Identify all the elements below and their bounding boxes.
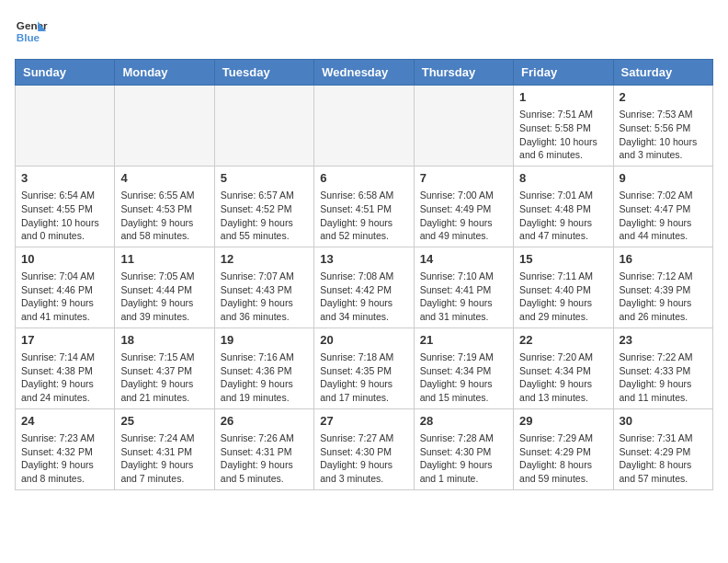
calendar-cell: 9Sunrise: 7:02 AM Sunset: 4:47 PM Daylig…: [613, 166, 712, 247]
day-number: 10: [21, 251, 108, 268]
day-number: 8: [519, 170, 607, 187]
calendar-cell: 8Sunrise: 7:01 AM Sunset: 4:48 PM Daylig…: [514, 166, 613, 247]
day-info: Sunrise: 7:14 AM Sunset: 4:38 PM Dayligh…: [21, 350, 108, 405]
calendar-table: SundayMondayTuesdayWednesdayThursdayFrid…: [15, 59, 713, 490]
day-info: Sunrise: 7:20 AM Sunset: 4:34 PM Dayligh…: [519, 350, 607, 405]
calendar-cell: 23Sunrise: 7:22 AM Sunset: 4:33 PM Dayli…: [613, 327, 712, 408]
day-info: Sunrise: 7:08 AM Sunset: 4:42 PM Dayligh…: [320, 270, 407, 324]
calendar-body: 1Sunrise: 7:51 AM Sunset: 5:58 PM Daylig…: [16, 86, 713, 490]
calendar-cell: 13Sunrise: 7:08 AM Sunset: 4:42 PM Dayli…: [314, 247, 414, 327]
day-info: Sunrise: 7:11 AM Sunset: 4:40 PM Dayligh…: [519, 270, 607, 324]
day-number: 24: [21, 413, 108, 430]
calendar-cell: 18Sunrise: 7:15 AM Sunset: 4:37 PM Dayli…: [115, 327, 214, 408]
day-number: 28: [420, 413, 507, 430]
calendar-header-wednesday: Wednesday: [314, 60, 414, 86]
day-info: Sunrise: 7:29 AM Sunset: 4:29 PM Dayligh…: [519, 431, 607, 486]
calendar-cell: 28Sunrise: 7:28 AM Sunset: 4:30 PM Dayli…: [414, 408, 513, 489]
week-row-2: 3Sunrise: 6:54 AM Sunset: 4:55 PM Daylig…: [16, 166, 713, 247]
day-number: 20: [320, 332, 407, 349]
calendar-cell: 12Sunrise: 7:07 AM Sunset: 4:43 PM Dayli…: [214, 247, 313, 327]
day-info: Sunrise: 7:10 AM Sunset: 4:41 PM Dayligh…: [420, 270, 507, 324]
day-number: 29: [519, 413, 607, 430]
day-info: Sunrise: 7:15 AM Sunset: 4:37 PM Dayligh…: [120, 350, 208, 405]
day-info: Sunrise: 6:54 AM Sunset: 4:55 PM Dayligh…: [21, 189, 108, 243]
day-info: Sunrise: 7:28 AM Sunset: 4:30 PM Dayligh…: [420, 431, 507, 486]
day-info: Sunrise: 7:02 AM Sunset: 4:47 PM Dayligh…: [620, 189, 707, 243]
calendar-header-monday: Monday: [115, 60, 214, 86]
logo: General Blue: [15, 15, 48, 48]
day-info: Sunrise: 7:04 AM Sunset: 4:46 PM Dayligh…: [21, 270, 108, 324]
calendar-cell: 3Sunrise: 6:54 AM Sunset: 4:55 PM Daylig…: [16, 166, 115, 247]
day-number: 2: [620, 89, 707, 106]
calendar-cell: 27Sunrise: 7:27 AM Sunset: 4:30 PM Dayli…: [314, 408, 414, 489]
calendar-header-thursday: Thursday: [414, 60, 513, 86]
calendar-cell: [214, 86, 313, 167]
day-number: 22: [519, 332, 607, 349]
day-info: Sunrise: 7:19 AM Sunset: 4:34 PM Dayligh…: [420, 350, 507, 405]
day-number: 30: [620, 413, 707, 430]
calendar-cell: [115, 86, 214, 167]
day-info: Sunrise: 7:01 AM Sunset: 4:48 PM Dayligh…: [519, 189, 607, 243]
calendar-cell: 30Sunrise: 7:31 AM Sunset: 4:29 PM Dayli…: [613, 408, 712, 489]
calendar-cell: 24Sunrise: 7:23 AM Sunset: 4:32 PM Dayli…: [16, 408, 115, 489]
week-row-4: 17Sunrise: 7:14 AM Sunset: 4:38 PM Dayli…: [16, 327, 713, 408]
day-number: 4: [120, 170, 208, 187]
calendar-cell: 22Sunrise: 7:20 AM Sunset: 4:34 PM Dayli…: [514, 327, 613, 408]
day-info: Sunrise: 7:53 AM Sunset: 5:56 PM Dayligh…: [620, 108, 707, 162]
calendar-cell: 14Sunrise: 7:10 AM Sunset: 4:41 PM Dayli…: [414, 247, 513, 327]
calendar-cell: 11Sunrise: 7:05 AM Sunset: 4:44 PM Dayli…: [115, 247, 214, 327]
day-number: 13: [320, 251, 407, 268]
week-row-5: 24Sunrise: 7:23 AM Sunset: 4:32 PM Dayli…: [16, 408, 713, 489]
calendar-cell: 26Sunrise: 7:26 AM Sunset: 4:31 PM Dayli…: [214, 408, 313, 489]
day-info: Sunrise: 7:00 AM Sunset: 4:49 PM Dayligh…: [420, 189, 507, 243]
calendar-header-row: SundayMondayTuesdayWednesdayThursdayFrid…: [16, 60, 713, 86]
calendar-cell: 2Sunrise: 7:53 AM Sunset: 5:56 PM Daylig…: [613, 86, 712, 167]
calendar-cell: 17Sunrise: 7:14 AM Sunset: 4:38 PM Dayli…: [16, 327, 115, 408]
week-row-1: 1Sunrise: 7:51 AM Sunset: 5:58 PM Daylig…: [16, 86, 713, 167]
day-number: 11: [120, 251, 208, 268]
day-number: 12: [221, 251, 308, 268]
day-info: Sunrise: 7:23 AM Sunset: 4:32 PM Dayligh…: [21, 431, 108, 486]
day-info: Sunrise: 7:18 AM Sunset: 4:35 PM Dayligh…: [320, 350, 407, 405]
calendar-cell: 29Sunrise: 7:29 AM Sunset: 4:29 PM Dayli…: [514, 408, 613, 489]
day-info: Sunrise: 7:31 AM Sunset: 4:29 PM Dayligh…: [620, 431, 707, 486]
day-info: Sunrise: 7:24 AM Sunset: 4:31 PM Dayligh…: [120, 431, 208, 486]
day-number: 1: [519, 89, 607, 106]
day-info: Sunrise: 7:16 AM Sunset: 4:36 PM Dayligh…: [221, 350, 308, 405]
day-number: 25: [120, 413, 208, 430]
day-number: 16: [620, 251, 707, 268]
calendar-cell: 5Sunrise: 6:57 AM Sunset: 4:52 PM Daylig…: [214, 166, 313, 247]
day-number: 26: [221, 413, 308, 430]
day-number: 18: [120, 332, 208, 349]
calendar-cell: 4Sunrise: 6:55 AM Sunset: 4:53 PM Daylig…: [115, 166, 214, 247]
day-number: 17: [21, 332, 108, 349]
day-number: 27: [320, 413, 407, 430]
day-info: Sunrise: 7:05 AM Sunset: 4:44 PM Dayligh…: [120, 270, 208, 324]
calendar-header-sunday: Sunday: [16, 60, 115, 86]
day-number: 3: [21, 170, 108, 187]
day-info: Sunrise: 7:51 AM Sunset: 5:58 PM Dayligh…: [519, 108, 607, 162]
header: General Blue: [15, 15, 713, 48]
calendar-header-tuesday: Tuesday: [214, 60, 313, 86]
day-info: Sunrise: 6:55 AM Sunset: 4:53 PM Dayligh…: [120, 189, 208, 243]
day-info: Sunrise: 7:22 AM Sunset: 4:33 PM Dayligh…: [620, 350, 707, 405]
day-info: Sunrise: 7:27 AM Sunset: 4:30 PM Dayligh…: [320, 431, 407, 486]
day-number: 23: [620, 332, 707, 349]
day-number: 5: [221, 170, 308, 187]
calendar-cell: [314, 86, 414, 167]
calendar-header-saturday: Saturday: [613, 60, 712, 86]
day-number: 7: [420, 170, 507, 187]
calendar-cell: [414, 86, 513, 167]
day-number: 21: [420, 332, 507, 349]
svg-text:Blue: Blue: [17, 31, 40, 43]
calendar-cell: 16Sunrise: 7:12 AM Sunset: 4:39 PM Dayli…: [613, 247, 712, 327]
calendar-cell: 6Sunrise: 6:58 AM Sunset: 4:51 PM Daylig…: [314, 166, 414, 247]
calendar-cell: 10Sunrise: 7:04 AM Sunset: 4:46 PM Dayli…: [16, 247, 115, 327]
day-number: 14: [420, 251, 507, 268]
day-info: Sunrise: 7:12 AM Sunset: 4:39 PM Dayligh…: [620, 270, 707, 324]
day-info: Sunrise: 7:26 AM Sunset: 4:31 PM Dayligh…: [221, 431, 308, 486]
day-number: 15: [519, 251, 607, 268]
calendar-cell: 7Sunrise: 7:00 AM Sunset: 4:49 PM Daylig…: [414, 166, 513, 247]
calendar-header-friday: Friday: [514, 60, 613, 86]
day-info: Sunrise: 6:57 AM Sunset: 4:52 PM Dayligh…: [221, 189, 308, 243]
